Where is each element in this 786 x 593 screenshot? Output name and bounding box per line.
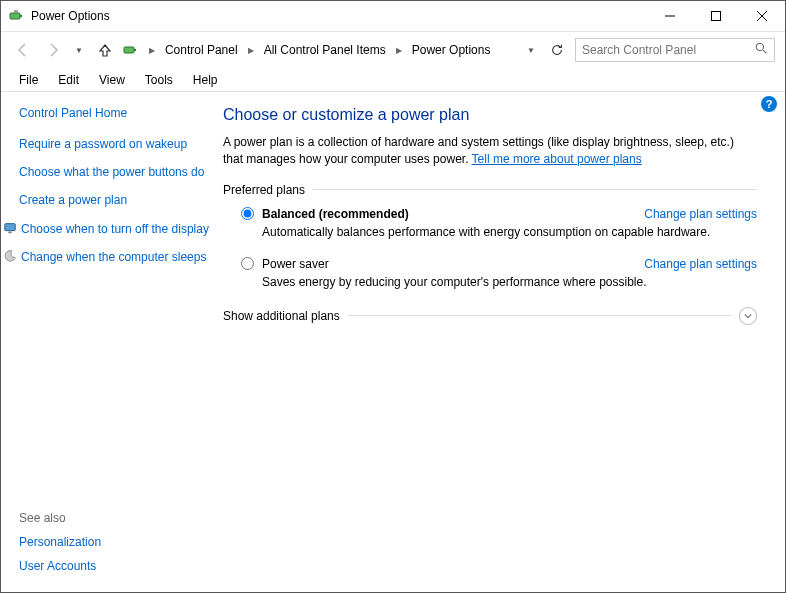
menu-edit[interactable]: Edit (48, 73, 89, 87)
window-title: Power Options (31, 9, 647, 23)
help-icon[interactable]: ? (761, 96, 777, 112)
svg-rect-1 (20, 15, 22, 17)
main-content: Choose or customize a power plan A power… (217, 92, 785, 591)
menu-help[interactable]: Help (183, 73, 228, 87)
sidebar-link-create-plan[interactable]: Create a power plan (19, 192, 209, 208)
sidebar-link-turn-off-display[interactable]: Choose when to turn off the display (19, 221, 209, 237)
breadcrumb: ▶ Control Panel ▶ All Control Panel Item… (145, 38, 539, 62)
sidebar: Control Panel Home Require a password on… (1, 92, 217, 591)
svg-rect-10 (5, 223, 16, 230)
search-box[interactable] (575, 38, 775, 62)
monitor-icon (3, 221, 17, 235)
plan-radio-power-saver[interactable] (241, 257, 254, 270)
svg-rect-7 (134, 49, 136, 51)
sidebar-item-label: Require a password on wakeup (19, 136, 187, 152)
plan-description: Saves energy by reducing your computer's… (241, 275, 757, 289)
menu-file[interactable]: File (9, 73, 48, 87)
plan-power-saver: Power saver Change plan settings Saves e… (223, 257, 757, 289)
chevron-down-icon (739, 307, 757, 325)
menu-view[interactable]: View (89, 73, 135, 87)
search-input[interactable] (582, 43, 755, 57)
chevron-right-icon[interactable]: ▶ (145, 46, 159, 55)
plan-balanced: Balanced (recommended) Change plan setti… (223, 207, 757, 239)
see-also-heading: See also (19, 511, 209, 525)
page-description: A power plan is a collection of hardware… (223, 134, 757, 169)
history-dropdown[interactable]: ▼ (71, 46, 87, 55)
plan-name[interactable]: Balanced (recommended) (262, 207, 409, 221)
title-bar: Power Options (1, 1, 785, 32)
svg-point-8 (756, 43, 763, 50)
sidebar-item-label: Change when the computer sleeps (21, 249, 206, 265)
svg-rect-0 (10, 13, 20, 19)
sidebar-item-label: Choose when to turn off the display (21, 221, 209, 237)
sidebar-item-label: Choose what the power buttons do (19, 164, 204, 180)
address-dropdown[interactable]: ▼ (523, 46, 539, 55)
plan-radio-balanced[interactable] (241, 207, 254, 220)
plan-description: Automatically balances performance with … (241, 225, 757, 239)
sidebar-item-label: Create a power plan (19, 192, 127, 208)
chevron-right-icon[interactable]: ▶ (244, 46, 258, 55)
svg-line-9 (763, 50, 766, 53)
see-also-user-accounts[interactable]: User Accounts (19, 559, 209, 573)
menu-bar: File Edit View Tools Help (1, 68, 785, 92)
sidebar-link-password-wakeup[interactable]: Require a password on wakeup (19, 136, 209, 152)
chevron-right-icon[interactable]: ▶ (392, 46, 406, 55)
breadcrumb-item[interactable]: All Control Panel Items (260, 43, 390, 57)
forward-button[interactable] (41, 38, 65, 62)
menu-tools[interactable]: Tools (135, 73, 183, 87)
location-icon (123, 42, 139, 58)
change-plan-settings-link[interactable]: Change plan settings (644, 257, 757, 271)
address-bar: ▼ ▶ Control Panel ▶ All Control Panel It… (1, 32, 785, 68)
svg-rect-6 (124, 47, 134, 53)
breadcrumb-item[interactable]: Control Panel (161, 43, 242, 57)
svg-rect-11 (8, 231, 12, 233)
maximize-button[interactable] (693, 1, 739, 31)
preferred-plans-heading: Preferred plans (223, 183, 757, 197)
show-additional-plans[interactable]: Show additional plans (223, 307, 757, 325)
tell-me-more-link[interactable]: Tell me more about power plans (472, 152, 642, 166)
power-options-icon (9, 8, 25, 24)
close-button[interactable] (739, 1, 785, 31)
up-button[interactable] (93, 38, 117, 62)
sidebar-link-computer-sleeps[interactable]: Change when the computer sleeps (19, 249, 209, 265)
page-heading: Choose or customize a power plan (223, 106, 757, 124)
expand-label: Show additional plans (223, 309, 340, 323)
refresh-button[interactable] (545, 38, 569, 62)
control-panel-home-link[interactable]: Control Panel Home (19, 106, 209, 120)
search-icon[interactable] (755, 42, 768, 58)
breadcrumb-item[interactable]: Power Options (408, 43, 495, 57)
plan-name[interactable]: Power saver (262, 257, 329, 271)
content-area: ? Control Panel Home Require a password … (1, 92, 785, 591)
sidebar-link-power-buttons[interactable]: Choose what the power buttons do (19, 164, 209, 180)
change-plan-settings-link[interactable]: Change plan settings (644, 207, 757, 221)
minimize-button[interactable] (647, 1, 693, 31)
moon-icon (3, 249, 17, 263)
svg-rect-3 (712, 12, 721, 21)
see-also-personalization[interactable]: Personalization (19, 535, 209, 549)
back-button[interactable] (11, 38, 35, 62)
